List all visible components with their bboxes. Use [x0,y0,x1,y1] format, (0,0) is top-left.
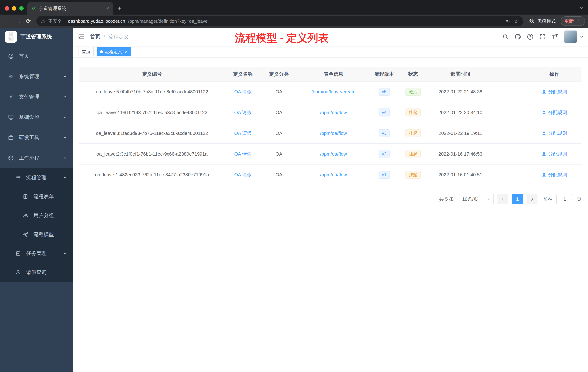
status-badge: 挂起 [405,171,421,179]
chevron-down-icon [63,251,67,255]
next-page-button[interactable] [526,194,537,204]
tags-view: 首页 流程定义 × [73,46,588,58]
font-size-icon[interactable]: TT [549,34,561,40]
column-header: 部署时间 [428,67,493,81]
sidebar-item-process-model[interactable]: 流程模型 [0,225,73,244]
pagination: 共 5 条 10条/页 1 前往 页 [79,194,581,204]
annotation-overlay: 流程模型 - 定义列表 [235,31,329,45]
chevron-down-icon[interactable] [580,35,584,39]
deploy-time: 2022-01-22 19:19:11 [428,131,493,136]
sidebar-item-leave-query[interactable]: 请假查询 [0,263,73,282]
definition-name-link[interactable]: OA 请假 [234,151,252,157]
column-header: 定义编号 [79,67,225,81]
definition-name-link[interactable]: OA 请假 [234,89,252,95]
tag-close-icon[interactable]: × [125,49,127,54]
url-path: /bpm/manager/definition?key=oa_leave [128,19,208,24]
definition-category: OA [261,131,297,136]
favicon-icon [31,6,36,11]
status-badge: 挂起 [405,150,421,158]
browser-tab-bar: 芋道管理系统 × + [0,0,588,15]
sidebar: 芋道管理系统 首页 ⚙ 系统管理 ¥ 支付管理 [0,28,73,372]
sidebar-item-home[interactable]: 首页 [0,46,73,66]
deploy-time: 2022-01-16 17:46:53 [428,151,493,157]
page-content: 定义编号 定义名称 定义分类 表单信息 流程版本 状态 部署时间 操作 oa_l… [73,58,588,372]
window-minimize-button[interactable] [12,6,16,11]
bookmark-star-icon[interactable]: ☆ [514,18,519,24]
search-icon[interactable] [499,34,512,40]
workflow-icon [7,155,15,161]
assign-rule-link[interactable]: 分配规则 [542,109,567,116]
total-count-label: 共 5 条 [439,196,454,202]
page-1-button[interactable]: 1 [512,194,523,204]
version-badge: v1 [378,171,390,179]
yen-icon: ¥ [7,94,15,100]
infrastructure-icon [7,114,15,120]
form-info-link[interactable]: /bpm/oa/flow [320,172,347,178]
sidebar-toggle-icon[interactable] [73,34,90,40]
sidebar-item-system-management[interactable]: ⚙ 系统管理 [0,66,73,87]
assign-rule-link[interactable]: 分配规则 [542,130,567,136]
address-bar[interactable]: ⚠ 不安全 dashboard.yudao.iocoder.cn/bpm/man… [36,16,523,26]
breadcrumb-home[interactable]: 首页 [90,33,100,40]
user-icon [542,89,546,94]
clipboard-icon [15,251,22,256]
sidebar-item-payment-management[interactable]: ¥ 支付管理 [0,87,73,107]
form-info-link[interactable]: /bpm/oa/flow [320,131,347,136]
form-info-link[interactable]: /bpm/oa/leave/create [311,89,356,95]
browser-tab[interactable]: 芋道管理系统 × [27,2,113,15]
tag-process-definition[interactable]: 流程定义 × [97,47,131,56]
user-icon [542,110,546,115]
status-badge: 挂起 [405,109,421,117]
tag-home[interactable]: 首页 [79,47,94,56]
sidebar-item-infrastructure[interactable]: 基础设施 [0,107,73,127]
version-badge: v2 [378,150,390,158]
window-zoom-button[interactable] [19,6,24,11]
sidebar-item-task-management[interactable]: 任务管理 [0,244,73,263]
form-info-link[interactable]: /bpm/oa/flow [320,110,347,115]
sidebar-item-process-management[interactable]: 流程管理 [0,168,73,187]
column-header: 定义名称 [225,67,261,81]
back-button[interactable]: ← [3,18,13,24]
list-icon [15,175,22,180]
new-tab-button[interactable]: + [117,5,121,12]
table-row: oa_leave:2:3c1f0ef1-76b1-11ec-9c66-a2380… [79,144,581,164]
sidebar-item-dev-tools[interactable]: 研发工具 [0,127,73,148]
key-icon[interactable] [505,18,511,24]
omnibox-divider [65,19,65,24]
deploy-time: 2022-01-22 21:48:38 [428,89,493,95]
chevron-left-icon [501,197,505,201]
form-info-link[interactable]: /bpm/oa/flow [320,151,347,157]
not-secure-label: 不安全 [48,18,62,24]
avatar[interactable] [564,30,577,43]
forward-button[interactable]: → [13,18,23,24]
not-secure-warning-icon: ⚠ [41,18,45,24]
prev-page-button[interactable] [497,194,508,204]
help-icon[interactable]: ? [524,34,536,40]
sidebar-item-workflow[interactable]: 工作流程 [0,148,73,168]
definition-name-link[interactable]: OA 请假 [234,109,252,116]
assign-rule-link[interactable]: 分配规则 [542,89,567,95]
definition-table: 定义编号 定义名称 定义分类 表单信息 流程版本 状态 部署时间 操作 oa_l… [79,67,581,185]
page-size-select[interactable]: 10条/页 [459,194,494,204]
reload-button[interactable]: ⟳ [23,18,33,24]
assign-rule-link[interactable]: 分配规则 [542,151,567,157]
definition-name-link[interactable]: OA 请假 [234,172,252,178]
tab-search-chevron-icon[interactable] [579,6,584,10]
update-button[interactable]: 更新 ⋮ [561,16,585,26]
more-menu-icon[interactable]: ⋮ [576,19,581,24]
sidebar-menu: 首页 ⚙ 系统管理 ¥ 支付管理 基础设施 [0,46,73,282]
goto-page-input[interactable] [556,194,573,204]
definition-name-link[interactable]: OA 请假 [234,130,252,136]
sidebar-item-user-group[interactable]: 用户分组 [0,206,73,225]
assign-rule-link[interactable]: 分配规则 [542,172,567,178]
fullscreen-icon[interactable] [536,34,549,40]
window-close-button[interactable] [5,6,9,11]
user-icon [542,172,546,177]
github-icon[interactable] [512,34,524,40]
incognito-badge: 无痕模式 [528,18,556,24]
tab-close-icon[interactable]: × [106,6,109,11]
breadcrumb-current: 流程定义 [108,33,129,40]
sidebar-item-process-form[interactable]: 流程表单 [0,187,73,206]
chevron-down-icon [487,197,491,201]
user-icon [542,131,546,136]
